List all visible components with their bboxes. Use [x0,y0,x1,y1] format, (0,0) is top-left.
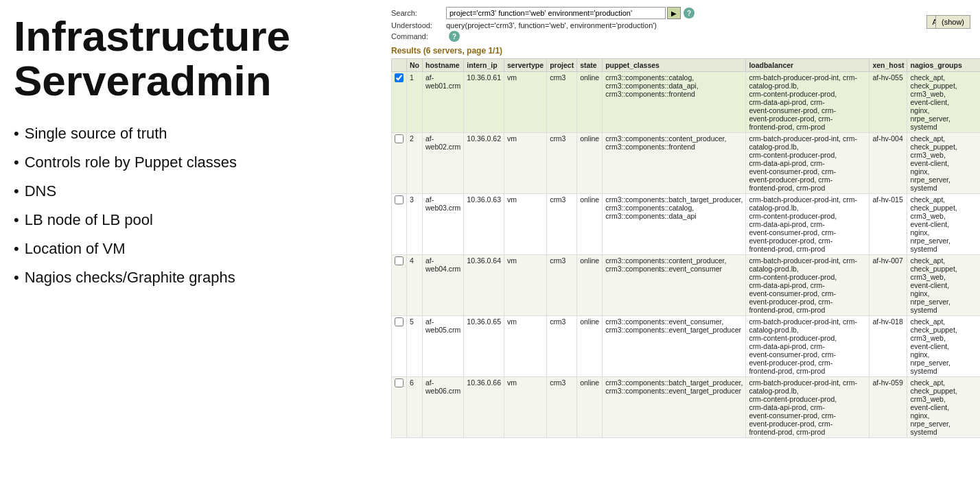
cell-puppet-classes: crm3::components::content_producer, crm3… [603,255,746,316]
th-intern-ip: intern_ip [464,59,504,72]
search-input-wrap: ▶ ? [446,7,695,19]
cell-hostname: af-web05.crm [423,316,464,377]
right-panel: Attributes (show) Search: ▶ ? Understood… [384,0,980,482]
cell-hostname: af-web06.crm [423,377,464,438]
cell-servertype: vm [504,133,547,194]
cell-project: crm3 [547,377,577,438]
understood-label: Understood: [391,21,446,29]
cell-project: crm3 [547,133,577,194]
row-checkbox[interactable] [395,73,404,82]
cell-hostname: af-web04.crm [423,255,464,316]
row-checkbox[interactable] [395,378,404,387]
cell-puppet-classes: crm3::components::content_producer, crm3… [603,133,746,194]
feature-list: Single source of truthControls role by P… [14,119,364,292]
cell-no: 2 [407,133,423,194]
th-state: state [577,59,603,72]
row-checkbox-cell [392,377,407,438]
cell-hostname: af-web01.crm [423,72,464,133]
cell-state: online [577,72,603,133]
row-checkbox-cell [392,72,407,133]
row-checkbox-cell [392,194,407,255]
cell-servertype: vm [504,377,547,438]
row-checkbox[interactable] [395,134,404,143]
table-row: 4af-web04.crm10.36.0.64vmcrm3onlinecrm3:… [392,255,981,316]
table-row: 2af-web02.crm10.36.0.62vmcrm3onlinecrm3:… [392,133,981,194]
show-button[interactable]: (show) [935,15,970,29]
cell-intern-ip: 10.36.0.61 [464,72,504,133]
row-checkbox-cell [392,133,407,194]
cell-xen-host: af-hv-007 [870,255,907,316]
cell-nagios-groups: check_apt, check_puppet, crm3_web, event… [907,133,980,194]
cell-nagios-groups: check_apt, check_puppet, crm3_web, event… [907,316,980,377]
cell-nagios-groups: check_apt, check_puppet, crm3_web, event… [907,377,980,438]
table-row: 1af-web01.crm10.36.0.61vmcrm3onlinecrm3:… [392,72,981,133]
cell-loadbalancer: crm-batch-producer-prod-int, crm-catalog… [746,72,870,133]
cell-xen-host: af-hv-059 [870,377,907,438]
cell-loadbalancer: crm-batch-producer-prod-int, crm-catalog… [746,255,870,316]
cell-xen-host: af-hv-015 [870,194,907,255]
page-title: Infrastructure Serveradmin [14,14,364,103]
understood-value: query(project='crm3', function='web', en… [446,21,657,29]
table-row: 5af-web05.crm10.36.0.65vmcrm3onlinecrm3:… [392,316,981,377]
cell-loadbalancer: crm-batch-producer-prod-int, crm-catalog… [746,316,870,377]
row-checkbox[interactable] [395,317,404,326]
cell-project: crm3 [547,194,577,255]
cell-servertype: vm [504,194,547,255]
cell-xen-host: af-hv-004 [870,133,907,194]
bullet-item-1: Controls role by Puppet classes [14,148,364,177]
cell-project: crm3 [547,316,577,377]
cell-loadbalancer: crm-batch-producer-prod-int, crm-catalog… [746,194,870,255]
cell-hostname: af-web02.crm [423,133,464,194]
cell-state: online [577,194,603,255]
table-body: 1af-web01.crm10.36.0.61vmcrm3onlinecrm3:… [392,72,981,438]
th-hostname: hostname [423,59,464,72]
row-checkbox[interactable] [395,195,404,204]
bullet-item-2: DNS [14,177,364,206]
cell-loadbalancer: crm-batch-producer-prod-int, crm-catalog… [746,133,870,194]
command-label: Command: [391,32,446,40]
table-header: No hostname intern_ip servertype project… [392,59,981,72]
row-checkbox-cell [392,255,407,316]
table-row: 6af-web06.crm10.36.0.66vmcrm3onlinecrm3:… [392,377,981,438]
cell-intern-ip: 10.36.0.65 [464,316,504,377]
cell-intern-ip: 10.36.0.62 [464,133,504,194]
cell-servertype: vm [504,72,547,133]
help-icon[interactable]: ? [684,8,695,19]
cell-puppet-classes: crm3::components::catalog, crm3::compone… [603,72,746,133]
cell-puppet-classes: crm3::components::batch_target_producer,… [603,194,746,255]
search-input[interactable] [446,7,666,19]
row-checkbox[interactable] [395,256,404,265]
servers-table: No hostname intern_ip servertype project… [391,58,980,438]
cell-no: 6 [407,377,423,438]
cell-xen-host: af-hv-055 [870,72,907,133]
cell-nagios-groups: check_apt, check_puppet, crm3_web, event… [907,72,980,133]
cell-servertype: vm [504,255,547,316]
header-row: No hostname intern_ip servertype project… [392,59,981,72]
th-nagios-groups: nagios_groups [907,59,980,72]
th-project: project [547,59,577,72]
th-loadbalancer: loadbalancer [746,59,870,72]
cell-no: 3 [407,194,423,255]
cell-servertype: vm [504,316,547,377]
results-header: Results (6 servers, page 1/1) [391,46,973,56]
cell-intern-ip: 10.36.0.64 [464,255,504,316]
cell-nagios-groups: check_apt, check_puppet, crm3_web, event… [907,255,980,316]
cell-state: online [577,255,603,316]
command-help-icon[interactable]: ? [449,31,460,42]
search-button[interactable]: ▶ [667,7,681,19]
cell-xen-host: af-hv-018 [870,316,907,377]
left-panel: Infrastructure Serveradmin Single source… [0,0,384,482]
cell-no: 5 [407,316,423,377]
cell-state: online [577,377,603,438]
cell-state: online [577,316,603,377]
bullet-item-0: Single source of truth [14,119,364,148]
cell-hostname: af-web03.crm [423,194,464,255]
cell-puppet-classes: crm3::components::batch_target_producer,… [603,377,746,438]
table-row: 3af-web03.crm10.36.0.63vmcrm3onlinecrm3:… [392,194,981,255]
cell-intern-ip: 10.36.0.63 [464,194,504,255]
cell-project: crm3 [547,72,577,133]
search-area: Search: ▶ ? Understood: query(project='c… [391,7,973,42]
row-checkbox-cell [392,316,407,377]
th-xen-host: xen_host [870,59,907,72]
cell-nagios-groups: check_apt, check_puppet, crm3_web, event… [907,194,980,255]
